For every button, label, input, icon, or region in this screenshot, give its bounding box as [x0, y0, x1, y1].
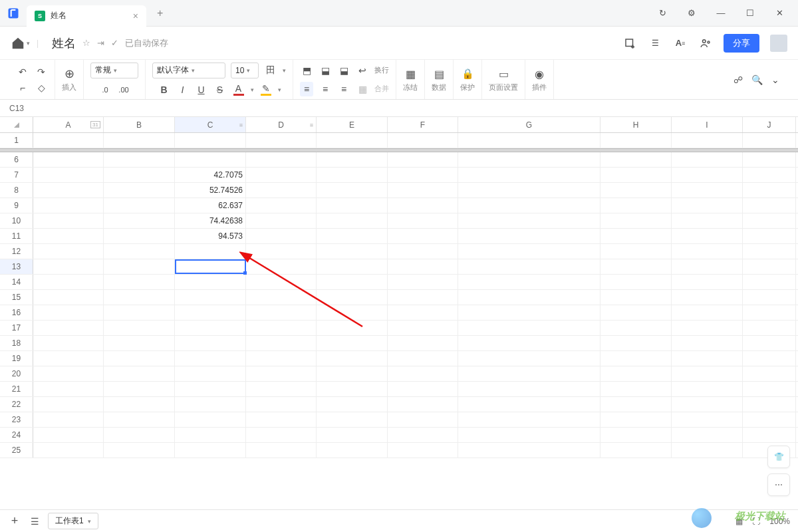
- row-header-22[interactable]: 22: [0, 397, 33, 412]
- cell-B9[interactable]: [104, 198, 175, 213]
- cell-E7[interactable]: [317, 168, 388, 182]
- collapse-toolbar-icon[interactable]: ⌄: [769, 72, 782, 87]
- cell-A16[interactable]: [33, 305, 104, 320]
- cell-H6[interactable]: [600, 152, 672, 167]
- row-header-16[interactable]: 16: [0, 305, 33, 320]
- cell-I23[interactable]: [672, 412, 743, 427]
- cell-C15[interactable]: [175, 290, 246, 305]
- cell-B16[interactable]: [104, 305, 175, 320]
- maximize-button[interactable]: ☐: [737, 3, 763, 24]
- cell-B7[interactable]: [104, 168, 175, 182]
- cell-I11[interactable]: [672, 229, 743, 243]
- zoom-level[interactable]: 100%: [769, 517, 790, 526]
- cell-B22[interactable]: [104, 397, 175, 412]
- cell-H20[interactable]: [600, 366, 672, 381]
- page-setup-icon[interactable]: ▭: [497, 66, 510, 81]
- cell-C25[interactable]: [175, 443, 246, 458]
- cell-G23[interactable]: [458, 412, 600, 427]
- cell-C11[interactable]: 94.573: [175, 229, 246, 243]
- fullscreen-icon[interactable]: ⛶: [752, 517, 760, 526]
- strikethrough-button[interactable]: S: [213, 82, 227, 97]
- cell-C10[interactable]: 74.42638: [175, 213, 246, 228]
- cell-B20[interactable]: [104, 366, 175, 381]
- cell-J11[interactable]: [743, 229, 796, 243]
- cell-I25[interactable]: [672, 443, 743, 458]
- cell-I17[interactable]: [672, 321, 743, 335]
- cell-D17[interactable]: [246, 321, 317, 335]
- cell-B14[interactable]: [104, 275, 175, 289]
- document-tab[interactable]: S 姓名 ×: [27, 5, 146, 27]
- cell-D23[interactable]: [246, 412, 317, 427]
- cell-D20[interactable]: [246, 366, 317, 381]
- cell-A21[interactable]: [33, 382, 104, 396]
- cell-E20[interactable]: [317, 366, 388, 381]
- underline-button[interactable]: U: [195, 82, 208, 97]
- cell-G25[interactable]: [458, 443, 600, 458]
- redo-button[interactable]: ↷: [35, 65, 48, 79]
- cell-I22[interactable]: [672, 397, 743, 412]
- cell-H11[interactable]: [600, 229, 672, 243]
- row-header-12[interactable]: 12: [0, 244, 33, 259]
- row-header-18[interactable]: 18: [0, 336, 33, 350]
- cell-E19[interactable]: [317, 351, 388, 366]
- row-header-8[interactable]: 8: [0, 183, 33, 198]
- cell-B23[interactable]: [104, 412, 175, 427]
- cell-I9[interactable]: [672, 198, 743, 213]
- cell-A17[interactable]: [33, 321, 104, 335]
- share-button[interactable]: 分享: [724, 34, 759, 53]
- cell-H15[interactable]: [600, 290, 672, 305]
- border-button[interactable]: 田: [264, 63, 277, 78]
- cell-G13[interactable]: [458, 259, 600, 274]
- cell-G8[interactable]: [458, 183, 600, 198]
- cell-H24[interactable]: [600, 428, 672, 442]
- sheet-list-button[interactable]: ☰: [28, 514, 41, 529]
- cell-J15[interactable]: [743, 290, 796, 305]
- column-header-E[interactable]: E: [317, 117, 388, 132]
- cell-C24[interactable]: [175, 428, 246, 442]
- cell-F18[interactable]: [388, 336, 458, 350]
- align-center-button[interactable]: ≡: [319, 82, 332, 96]
- sheet-dropdown-icon[interactable]: ▾: [88, 518, 91, 525]
- cell-F16[interactable]: [388, 305, 458, 320]
- valign-top-button[interactable]: ⬒: [300, 63, 313, 78]
- cell-J19[interactable]: [743, 351, 796, 366]
- row-header-21[interactable]: 21: [0, 382, 33, 396]
- plugin-icon[interactable]: ◉: [533, 66, 546, 81]
- text-format-icon[interactable]: A≡: [673, 36, 688, 51]
- cell-B15[interactable]: [104, 290, 175, 305]
- link-icon[interactable]: ☍: [732, 72, 745, 87]
- insert-button[interactable]: ⊕: [63, 66, 76, 81]
- cell-H18[interactable]: [600, 336, 672, 350]
- cell-H25[interactable]: [600, 443, 672, 458]
- format-painter-button[interactable]: ⌐: [16, 80, 29, 95]
- star-icon[interactable]: ☆: [82, 38, 90, 48]
- cell-B6[interactable]: [104, 152, 175, 167]
- cell-B1[interactable]: [104, 133, 175, 148]
- cell-G14[interactable]: [458, 275, 600, 289]
- cell-E6[interactable]: [317, 152, 388, 167]
- align-right-button[interactable]: ≡: [337, 82, 350, 96]
- column-header-I[interactable]: I: [672, 117, 743, 132]
- cell-I6[interactable]: [672, 152, 743, 167]
- valign-bottom-button[interactable]: ⬓: [337, 63, 350, 78]
- cell-H19[interactable]: [600, 351, 672, 366]
- cell-C20[interactable]: [175, 366, 246, 381]
- cell-A1[interactable]: [33, 133, 104, 148]
- cell-G21[interactable]: [458, 382, 600, 396]
- wrap-text-button[interactable]: ↩: [356, 63, 369, 78]
- cell-J17[interactable]: [743, 321, 796, 335]
- cell-I19[interactable]: [672, 351, 743, 366]
- cell-I18[interactable]: [672, 336, 743, 350]
- cell-G10[interactable]: [458, 213, 600, 228]
- app-logo[interactable]: [0, 0, 27, 27]
- cell-D14[interactable]: [246, 275, 317, 289]
- fill-color-button[interactable]: ✎: [259, 82, 273, 97]
- theme-icon[interactable]: 👕: [767, 446, 790, 468]
- cell-C18[interactable]: [175, 336, 246, 350]
- cell-I1[interactable]: [672, 133, 743, 148]
- close-window-button[interactable]: ✕: [766, 3, 793, 24]
- protect-icon[interactable]: 🔒: [461, 66, 474, 81]
- cell-B19[interactable]: [104, 351, 175, 366]
- cell-F1[interactable]: [388, 133, 458, 148]
- cell-D15[interactable]: [246, 290, 317, 305]
